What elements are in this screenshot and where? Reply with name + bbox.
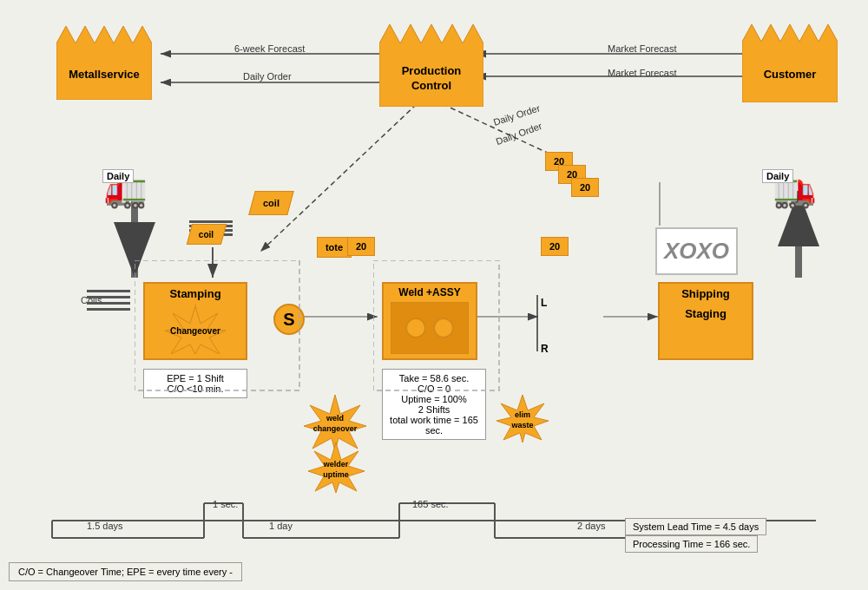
customer-factory: Customer	[742, 24, 838, 102]
stamping-push-symbol: S	[273, 304, 305, 335]
stamping-info-box: EPE = 1 Shift C/O <10 min.	[143, 369, 247, 398]
svg-text:welder: welder	[323, 460, 349, 469]
coil-left-box: coil	[187, 224, 227, 245]
welder-uptime-burst: welder uptime	[308, 442, 365, 493]
svg-text:Production: Production	[402, 64, 462, 77]
diagram: Daily Order	[0, 0, 868, 590]
svg-text:changeover: changeover	[313, 424, 358, 433]
svg-text:Metallservice: Metallservice	[69, 68, 140, 81]
svg-text:Customer: Customer	[764, 68, 817, 81]
l-label: L	[541, 297, 547, 309]
r-label: R	[541, 343, 549, 355]
coil-top-box: coil	[248, 191, 294, 215]
timeline-days-3: 2 days	[577, 521, 605, 531]
daily-label-left: Daily	[102, 169, 134, 183]
svg-text:elim: elim	[515, 410, 530, 419]
svg-line-6	[260, 104, 417, 252]
staging-label: Staging	[685, 307, 727, 320]
svg-marker-33	[56, 26, 152, 100]
coil-inventory-lines	[87, 286, 130, 314]
timeline-days-1: 1.5 days	[87, 521, 123, 531]
svg-text:Changeover: Changeover	[170, 326, 220, 336]
market-forecast-1-label: Market Forecast	[608, 43, 676, 54]
xoxo-box: XOXO	[655, 227, 738, 275]
weld-assy-label: Weld +ASSY	[398, 284, 460, 298]
changeover-text: Changeover	[152, 306, 239, 354]
svg-text:Control: Control	[411, 79, 451, 92]
daily-order-right-label: Daily Order	[495, 121, 543, 147]
customer-svg: Customer	[742, 24, 838, 102]
timeline-time-2: 165 sec.	[412, 499, 449, 509]
svg-text:weld: weld	[326, 414, 344, 423]
weld-assy-info-box: Take = 58.6 sec. C/O = 0 Uptime = 100% 2…	[382, 369, 486, 440]
svg-text:waste: waste	[510, 421, 533, 429]
production-control-factory: Production Control	[379, 24, 483, 107]
batch-box-left: 20	[347, 237, 375, 256]
stamping-label: Stamping	[169, 284, 220, 300]
timeline-days-2: 1 day	[269, 521, 293, 531]
weld-assy-process-box: Weld +ASSY	[382, 282, 477, 360]
metallservice-svg: Metallservice	[56, 26, 152, 100]
svg-text:uptime: uptime	[323, 470, 349, 479]
legend-box: C/O = Changeover Time; EPE = every time …	[9, 562, 242, 581]
daily-order-left-label: Daily Order	[243, 71, 292, 82]
batch-box-right-1: 20	[541, 237, 569, 256]
elim-waste-burst: elim waste	[496, 395, 549, 442]
tote-box: tote	[317, 237, 352, 258]
batch-stack-3: 20	[571, 178, 599, 197]
metallservice-factory: Metallservice	[56, 26, 152, 100]
production-control-svg: Production Control	[379, 24, 483, 107]
market-forecast-2-label: Market Forecast	[608, 68, 676, 78]
shipping-process-box: Shipping Staging	[658, 282, 753, 360]
daily-label-right: Daily	[762, 169, 793, 183]
system-lead-time-box: System Lead Time = 4.5 days	[625, 518, 766, 535]
forecast-6week-label: 6-week Forecast	[234, 43, 305, 54]
processing-time-box: Processing Time = 166 sec.	[625, 535, 758, 553]
shipping-label: Shipping	[681, 284, 730, 300]
timeline-time-1: 1 sec.	[213, 499, 238, 509]
svg-marker-38	[742, 24, 838, 102]
